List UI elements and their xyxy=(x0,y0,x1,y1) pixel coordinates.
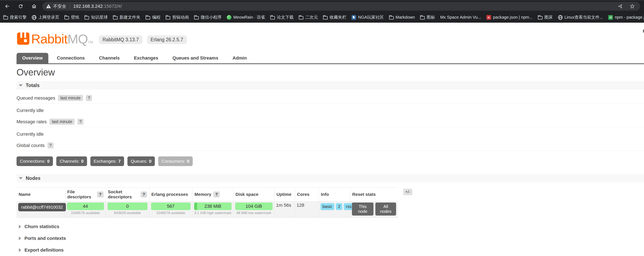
help-icon[interactable]: ? xyxy=(214,191,220,197)
socket-descriptors-bar: 0 xyxy=(108,203,148,210)
bookmark-star-icon[interactable] xyxy=(629,3,635,9)
address-divider xyxy=(70,4,70,9)
pinwheel-extension-icon[interactable] xyxy=(618,3,624,9)
section-header-ports-and-contexts[interactable]: Ports and contexts xyxy=(16,236,644,241)
chevron-down-icon xyxy=(19,177,22,179)
erlang-version-badge: Erlang 26.2.5.7 xyxy=(147,35,187,44)
node-name-cell: rabbit@ccff74910032 xyxy=(16,201,65,218)
info-tag-basic[interactable]: basic xyxy=(320,203,334,210)
chevron-right-icon xyxy=(19,248,21,252)
folder-icon xyxy=(538,16,542,20)
address-bar[interactable]: 不安全 192.168.3.242:15672/#/ xyxy=(42,2,640,11)
yuque-green-icon xyxy=(227,15,232,20)
bookmark-item[interactable]: 剪辑动画 xyxy=(166,15,189,20)
channels-count-button[interactable]: Channels:0 xyxy=(56,156,87,166)
socket-descriptors-note: 943629 available xyxy=(108,211,148,215)
nodes-table: Name File descriptors? Socket descriptor… xyxy=(16,187,398,218)
bookmark-item[interactable]: package.json | npm... xyxy=(486,15,533,20)
section-header-nodes[interactable]: Nodes xyxy=(16,174,644,182)
rates-filter-chip[interactable]: last minute xyxy=(50,119,75,125)
bookmark-item[interactable]: 论文下载 xyxy=(270,15,294,20)
address-bar-actions xyxy=(618,3,636,9)
rabbitmq-logo-icon[interactable] xyxy=(16,32,30,45)
chevron-right-icon xyxy=(19,225,21,228)
folder-icon xyxy=(84,16,89,20)
folder-icon xyxy=(166,16,170,20)
brand-wordmark[interactable]: RabbitMQTM xyxy=(31,33,93,45)
bookmark-item[interactable]: MeowRain · 语雀 xyxy=(227,15,265,20)
tab-connections[interactable]: Connections xyxy=(51,53,90,63)
bookmark-item[interactable]: 微信小程序 xyxy=(194,15,222,20)
bookmark-item[interactable]: 搜索引擎 xyxy=(3,15,26,20)
tab-exchanges[interactable]: Exchanges xyxy=(128,53,164,63)
folder-icon xyxy=(323,16,328,20)
info-cell: basic 2 rss xyxy=(319,201,350,218)
bookmark-item[interactable]: 上网登录页 xyxy=(32,15,59,20)
file-descriptors-bar: 44 xyxy=(67,203,104,210)
col-info: Info xyxy=(319,188,350,201)
col-uptime: Uptime xyxy=(274,188,295,201)
folder-icon xyxy=(389,16,394,20)
page-title: Overview xyxy=(16,67,644,78)
back-button[interactable] xyxy=(4,3,11,10)
tab-admin[interactable]: Admin xyxy=(227,53,252,63)
tab-queues-and-streams[interactable]: Queues and Streams xyxy=(167,53,224,63)
url-text[interactable]: 192.168.3.242:15672/#/ xyxy=(73,4,122,9)
connections-count-button[interactable]: Connections:0 xyxy=(16,156,53,166)
col-name: Name xyxy=(16,188,65,201)
home-button[interactable] xyxy=(30,3,38,10)
col-erlang-processes: Erlang processes xyxy=(149,188,192,201)
folder-icon xyxy=(299,16,304,20)
url-path: :15672/#/ xyxy=(103,4,122,9)
brand-header: RabbitMQTM RabbitMQ 3.13.7 Erlang 26.2.5… xyxy=(16,23,644,45)
queues-count-button[interactable]: Queues:0 xyxy=(128,156,155,166)
queued-messages-label: Queued messages xyxy=(16,95,55,101)
security-label[interactable]: 不安全 xyxy=(53,3,66,9)
chevron-right-icon xyxy=(19,236,21,240)
refresh-button[interactable] xyxy=(17,3,24,10)
reset-all-nodes-button[interactable]: All nodes xyxy=(375,203,396,215)
memory-cell: 238 MiB 3.1 GiB high watermark xyxy=(192,201,233,218)
help-icon[interactable]: ? xyxy=(86,95,92,101)
reset-this-node-button[interactable]: This node xyxy=(352,203,374,215)
column-expander-button[interactable]: +/- xyxy=(403,189,412,195)
bookmark-item[interactable]: 壁纸 xyxy=(64,15,79,20)
not-secure-warning-icon[interactable] xyxy=(46,4,51,9)
folder-icon xyxy=(113,16,118,20)
help-icon[interactable]: ? xyxy=(97,191,103,197)
exchanges-count-button[interactable]: Exchanges:7 xyxy=(90,156,124,166)
bookmark-item[interactable]: Mx Space Admin Vu... xyxy=(440,15,481,20)
tab-overview[interactable]: Overview xyxy=(16,53,48,63)
queued-status-text: Currently idle xyxy=(16,108,644,113)
bookmark-item[interactable]: 二次元 xyxy=(299,15,318,20)
queued-filter-chip[interactable]: last minute xyxy=(58,95,83,101)
disk-space-bar: 104 GiB xyxy=(235,203,272,210)
memory-note: 3.1 GiB high watermark xyxy=(194,211,232,215)
bookmark-item[interactable]: 图床 xyxy=(538,15,553,20)
info-tag-2[interactable]: 2 xyxy=(336,203,342,210)
bookmark-item[interactable]: 图标 xyxy=(420,15,435,20)
bookmark-item[interactable]: npm - package.json... xyxy=(608,15,644,20)
reset-stats-cell: This node All nodes xyxy=(350,201,398,218)
rabbitmq-overview-page: RabbitMQTM RabbitMQ 3.13.7 Erlang 26.2.5… xyxy=(0,23,644,256)
bookmark-item[interactable]: 编程 xyxy=(146,15,160,20)
node-name-link[interactable]: rabbit@ccff74910032 xyxy=(18,203,66,211)
help-icon[interactable]: ? xyxy=(78,119,84,125)
folder-icon xyxy=(64,16,69,20)
bookmark-item[interactable]: 知识星球 xyxy=(84,15,108,20)
npm-icon xyxy=(486,15,491,20)
chevron-down-icon xyxy=(19,84,22,87)
scrollbar-thumb[interactable] xyxy=(643,30,644,33)
bookmark-item[interactable]: Linux查看当前文件... xyxy=(558,15,603,20)
help-icon[interactable]: ? xyxy=(140,191,147,197)
file-descriptors-note: 1048576 available xyxy=(67,211,104,215)
bookmark-item[interactable]: NGA玩家社区 xyxy=(352,15,384,20)
section-header-churn-statistics[interactable]: Churn statistics xyxy=(16,224,644,229)
bookmark-item[interactable]: 新建文件夹 xyxy=(113,15,140,20)
tab-channels[interactable]: Channels xyxy=(93,53,125,63)
help-icon[interactable]: ? xyxy=(48,142,54,149)
bookmark-item[interactable]: Markdown xyxy=(389,15,415,20)
bookmark-item[interactable]: 收藏夹栏 xyxy=(323,15,346,20)
section-header-totals[interactable]: Totals xyxy=(16,81,644,89)
section-header-export-definitions[interactable]: Export definitions xyxy=(16,247,644,253)
